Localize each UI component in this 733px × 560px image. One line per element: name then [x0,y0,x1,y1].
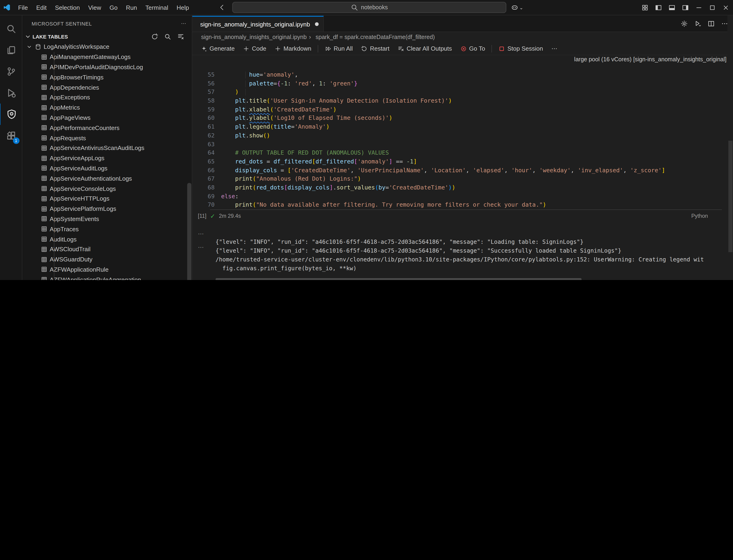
menu-file[interactable]: File [14,4,32,11]
minimize-icon[interactable] [695,4,702,11]
table-row[interactable]: AppRequests [22,133,192,143]
table-name: AppServicePlatformLogs [50,205,116,212]
line-number: 64 [192,149,221,157]
table-row[interactable]: AppServiceAntivirusScanAuditLogs [22,143,192,153]
code-line: 59 plt.xlabel('CreatedDateTime') [192,105,721,114]
run-all-button[interactable]: Run All [321,45,356,52]
lake-tables-list: ApiManagementGatewayLogsAPIMDevPortalAud… [22,52,192,280]
more-actions-button[interactable]: ⋯ [548,45,561,52]
menu-go[interactable]: Go [105,4,122,11]
table-name: AppServiceAuditLogs [50,165,107,172]
menu-run[interactable]: Run [122,4,141,11]
goto-button[interactable]: Go To [457,45,489,52]
maximize-icon[interactable] [709,4,716,11]
generate-button[interactable]: Generate [197,45,238,52]
table-icon [41,114,47,121]
activity-run-debug[interactable] [0,82,22,104]
menu-view[interactable]: View [84,4,105,11]
notebook-settings-icon[interactable] [681,20,688,27]
panel-left-icon[interactable] [655,4,662,11]
run-all-icon [325,45,331,52]
restart-button[interactable]: Restart [357,45,393,52]
table-row[interactable]: AuditLogs [22,234,192,244]
code-line: 57 ) [192,88,721,97]
table-row[interactable]: AppServicePlatformLogs [22,204,192,214]
table-row[interactable]: AWSGuardDuty [22,254,192,264]
add-code-button[interactable]: Code [239,45,270,52]
more-actions-icon[interactable]: ⋯ [181,20,186,26]
activity-files[interactable] [0,39,22,61]
menu-selection[interactable]: Selection [51,4,84,11]
panel-right-icon[interactable] [682,4,689,11]
tab-notebook[interactable]: sign-ins_anomaly_insights_original.ipynb [192,16,324,32]
close-icon[interactable] [722,4,729,11]
output-more-icon[interactable]: ⋯ [198,244,204,251]
table-row[interactable]: AZFWApplicationRule [22,264,192,275]
clear-all-outputs-button[interactable]: Clear All Outputs [394,45,456,52]
output-line: fig.canvas.print_figure(bytes_io, **kw) [215,264,714,273]
table-row[interactable]: AppServiceHTTPLogs [22,194,192,204]
table-icon [41,226,47,232]
overview-ruler[interactable] [727,15,733,280]
stop-session-button[interactable]: Stop Session [495,45,547,52]
table-row[interactable]: AppServiceAppLogs [22,153,192,163]
command-search-box[interactable]: notebooks [232,2,506,13]
table-row[interactable]: AppServiceAuthenticationLogs [22,173,192,184]
kernel-picker[interactable]: large pool (16 vCores) [sign-ins_anomaly… [571,56,726,63]
tree-item-workspace[interactable]: LogAnalyiticsWorkspace [22,42,192,52]
table-row[interactable]: APIMDevPortalAuditDiagnosticLog [22,62,192,72]
menu-help[interactable]: Help [172,4,193,11]
line-number: 55 [192,71,221,79]
table-row[interactable]: AppExceptions [22,92,192,103]
goto-icon [460,45,467,52]
breadcrumb-symbol: spark_df = spark.createDataFrame(df_filt… [315,34,435,40]
table-icon [41,256,47,263]
search-small-icon[interactable] [164,33,171,40]
table-row[interactable]: AWSCloudTrail [22,244,192,254]
back-arrow-icon[interactable] [218,4,226,11]
breadcrumb[interactable]: sign-ins_anomaly_insights_original.ipynb… [192,32,733,42]
output-line: {"level": "INFO", "run_id": "a46c1016-6f… [215,238,714,247]
table-row[interactable]: AppPerformanceCounters [22,123,192,133]
activity-source-control[interactable] [0,61,22,82]
table-row[interactable]: AppBrowserTimings [22,72,192,82]
line-number: 61 [192,123,221,131]
table-row[interactable]: AppServiceConsoleLogs [22,183,192,194]
code-line: 62 plt.show() [192,131,721,140]
section-lake-tables[interactable]: LAKE TABLES [22,32,192,42]
breadcrumb-separator: › [309,34,311,40]
copilot-menu[interactable]: ⌄ [511,0,523,15]
add-markdown-button[interactable]: Markdown [271,45,315,52]
cell-more-icon[interactable]: ⋯ [198,230,204,237]
sidebar-scrollbar[interactable] [187,183,191,280]
code-line: 55 hue='anomaly', [192,71,721,79]
run-drop-icon[interactable] [694,20,701,27]
table-row[interactable]: AppPageViews [22,113,192,123]
line-number: 59 [192,105,221,114]
activity-extensions[interactable]: 1 [0,125,22,146]
refresh-icon[interactable] [151,33,158,40]
table-row[interactable]: AppDependencies [22,82,192,92]
table-row[interactable]: AppSystemEvents [22,214,192,224]
table-row[interactable]: AppMetrics [22,103,192,113]
panel-bottom-icon[interactable] [668,4,675,11]
table-row[interactable]: AppTraces [22,224,192,234]
table-row[interactable]: AZFWApplicationRuleAggregation [22,275,192,280]
activity-search[interactable] [0,18,22,39]
output-hscrollbar[interactable] [215,278,582,280]
activity-sentinel-shield[interactable] [0,104,23,125]
collapse-all-icon[interactable] [177,33,184,40]
table-name: AppDependencies [50,84,99,91]
table-row[interactable]: ApiManagementGatewayLogs [22,52,192,62]
table-icon [41,165,47,172]
table-icon [41,246,47,253]
customize-layout-icon[interactable] [642,4,648,11]
menu-edit[interactable]: Edit [32,4,51,11]
split-editor-icon[interactable] [707,20,715,27]
code-line: 67 print("Anomalous (Red Dot) Logins:") [192,175,721,183]
code-cell[interactable]: 55 hue='anomaly',56 palette={-1: 'red', … [192,71,721,209]
menu-terminal[interactable]: Terminal [141,4,172,11]
cell-language[interactable]: Python [691,213,708,219]
table-row[interactable]: AppServiceAuditLogs [22,163,192,173]
table-name: AppPageViews [50,114,91,121]
